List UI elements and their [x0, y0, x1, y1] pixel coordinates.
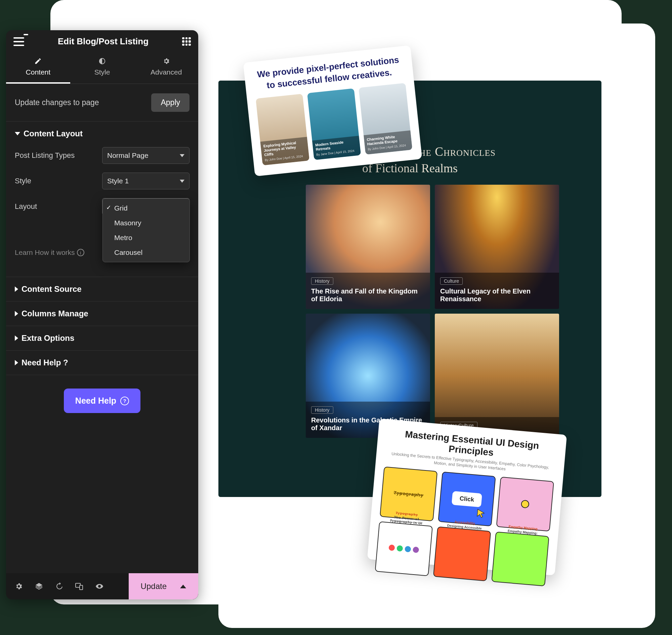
- mini-card-band: Exploring Mythical Journeys at Valley Cl…: [260, 137, 310, 166]
- select-value: Style 1: [107, 177, 129, 185]
- tile-typography[interactable]: Typography Typography The Power of Typog…: [380, 466, 438, 521]
- contrast-icon: [98, 57, 106, 65]
- select-value: Normal Page: [107, 151, 148, 159]
- section-header-need-help[interactable]: Need Help ?: [15, 358, 189, 367]
- section-content-source: Content Source: [6, 277, 198, 302]
- field-layout: Layout Grid Grid Masonry Metro Carousel: [15, 198, 189, 215]
- select-layout[interactable]: Grid Grid Masonry Metro Carousel: [102, 198, 189, 215]
- chevron-down-icon: [180, 154, 185, 157]
- floating-preview-top: We provide pixel-perfect solutions to su…: [243, 45, 422, 176]
- footer-icons: [6, 582, 129, 591]
- chevron-right-icon: [15, 335, 18, 341]
- section-content-layout: Content Layout Post Listing Types Normal…: [6, 122, 198, 277]
- cursor-icon: [476, 508, 486, 520]
- mini-card[interactable]: Exploring Mythical Journeys at Valley Cl…: [256, 94, 310, 166]
- preview-icon[interactable]: [95, 582, 104, 591]
- tile-orange[interactable]: [433, 527, 491, 581]
- section-title: Content Layout: [23, 129, 83, 138]
- svg-rect-1: [80, 585, 83, 590]
- layers-icon[interactable]: [34, 582, 44, 591]
- gear-icon: [162, 57, 171, 65]
- post-card[interactable]: History Revolutions in the Galactic Empi…: [306, 314, 430, 438]
- select-style[interactable]: Style 1: [102, 173, 189, 190]
- tab-content[interactable]: Content: [6, 53, 70, 84]
- section-need-help: Need Help ?: [6, 351, 198, 375]
- section-title: Need Help ?: [21, 358, 68, 367]
- apply-row: Update changes to page Apply: [6, 84, 198, 122]
- section-title: Extra Options: [21, 333, 74, 343]
- section-header-content-source[interactable]: Content Source: [15, 284, 189, 294]
- floating-top-row: Exploring Mythical Journeys at Valley Cl…: [256, 83, 412, 166]
- field-label: Post Listing Types: [15, 151, 75, 160]
- tile-empathy[interactable]: Empathy Mapping Empathy Mapping: Underst…: [496, 477, 554, 531]
- post-tag: History: [311, 406, 333, 414]
- help-icon: ?: [120, 397, 129, 405]
- need-help-area: Need Help ?: [6, 375, 198, 573]
- update-button-label: Update: [141, 582, 167, 591]
- tile-word: Typography: [394, 490, 424, 498]
- section-title: Columns Manage: [21, 309, 88, 318]
- smiley-icon: [521, 500, 529, 508]
- color-dots: [388, 544, 419, 553]
- chevron-down-icon: [180, 180, 185, 183]
- tile-colors[interactable]: [375, 522, 433, 576]
- color-dot-icon: [388, 544, 395, 551]
- floating-preview-bottom: Mastering Essential UI Design Principles…: [367, 418, 567, 575]
- post-card[interactable]: Culture Cultural Legacy of the Elven Ren…: [435, 185, 559, 309]
- post-card-overlay: Culture Cultural Legacy of the Elven Ren…: [435, 273, 559, 309]
- tab-style[interactable]: Style: [70, 53, 134, 84]
- tab-label: Content: [26, 68, 51, 76]
- editor-tabs: Content Style Advanced: [6, 53, 198, 84]
- section-header-extra-options[interactable]: Extra Options: [15, 333, 189, 343]
- need-help-button[interactable]: Need Help ?: [64, 389, 141, 413]
- tab-label: Style: [94, 68, 110, 76]
- apply-notice: Update changes to page: [15, 98, 99, 107]
- chevron-right-icon: [15, 311, 18, 316]
- color-dot-icon: [397, 545, 403, 552]
- tile-word: Click: [451, 491, 482, 507]
- tile-green[interactable]: [491, 531, 549, 586]
- section-header-columns-manage[interactable]: Columns Manage: [15, 309, 189, 318]
- history-icon[interactable]: [55, 582, 64, 591]
- layout-option-grid[interactable]: Grid: [103, 201, 189, 216]
- tile-click[interactable]: Click Accessibility Designing Accessible…: [438, 472, 496, 526]
- section-title: Content Source: [21, 284, 82, 294]
- layout-option-metro[interactable]: Metro: [103, 231, 189, 245]
- tile-grid: Typography Typography The Power of Typog…: [375, 466, 554, 586]
- responsive-icon[interactable]: [75, 582, 84, 591]
- apply-button[interactable]: Apply: [151, 93, 189, 112]
- editor-header: Edit Blog/Post Listing: [6, 30, 198, 53]
- mini-card[interactable]: Modern Seaside Retreats By Jane Doe | Ap…: [307, 88, 361, 160]
- tab-advanced[interactable]: Advanced: [134, 53, 198, 84]
- editor-footer: Update: [6, 573, 198, 599]
- preview-grid: History The Rise and Fall of the Kingdom…: [306, 185, 559, 438]
- chevron-down-icon: [15, 132, 20, 135]
- settings-icon[interactable]: [14, 582, 23, 591]
- post-tag: History: [311, 277, 333, 285]
- chevron-right-icon: [15, 360, 18, 365]
- update-button[interactable]: Update: [129, 573, 198, 599]
- learn-link-text: Learn How it works: [15, 248, 75, 257]
- post-card[interactable]: History The Rise and Fall of the Kingdom…: [306, 185, 430, 309]
- layout-dropdown: Grid Masonry Metro Carousel: [103, 198, 190, 262]
- section-columns-manage: Columns Manage: [6, 302, 198, 326]
- pencil-icon: [34, 57, 42, 65]
- layout-option-carousel[interactable]: Carousel: [103, 245, 189, 260]
- section-extra-options: Extra Options: [6, 326, 198, 351]
- mini-card[interactable]: Charming White Hacienda Escape By John D…: [358, 83, 412, 155]
- section-header-content-layout[interactable]: Content Layout: [15, 129, 189, 138]
- field-post-listing-types: Post Listing Types Normal Page: [15, 147, 189, 164]
- apps-icon[interactable]: [182, 37, 191, 46]
- menu-icon[interactable]: [14, 37, 24, 46]
- tab-label: Advanced: [150, 68, 182, 76]
- select-post-listing-types[interactable]: Normal Page: [102, 147, 189, 164]
- field-label: Layout: [15, 198, 37, 211]
- need-help-button-label: Need Help: [75, 396, 116, 406]
- post-title: Cultural Legacy of the Elven Renaissance: [440, 287, 554, 303]
- color-dot-icon: [404, 546, 411, 553]
- layout-option-masonry[interactable]: Masonry: [103, 216, 189, 231]
- post-card[interactable]: HistoryCulture: [435, 314, 559, 438]
- chevron-up-icon: [180, 585, 186, 588]
- post-tag: Culture: [440, 277, 463, 285]
- editor-title: Edit Blog/Post Listing: [58, 36, 148, 47]
